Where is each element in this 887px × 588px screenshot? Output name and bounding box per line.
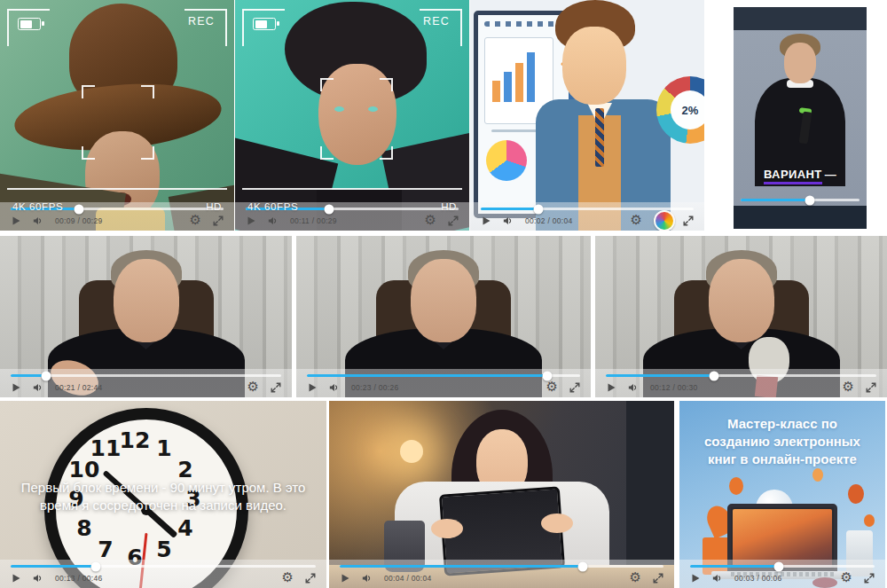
play-icon[interactable] <box>11 573 21 584</box>
volume-icon[interactable] <box>712 573 723 584</box>
progress-thumb[interactable] <box>543 371 553 380</box>
volume-icon[interactable] <box>329 382 340 393</box>
progress-thumb[interactable] <box>91 561 101 571</box>
video-player-2[interactable]: REC 4K 60FPS HD 00:11 / 00:29 ⚙ <box>235 0 469 231</box>
play-button[interactable] <box>246 216 256 226</box>
progress-bar[interactable] <box>307 374 580 377</box>
play-icon[interactable] <box>690 573 701 584</box>
progress-thumb[interactable] <box>41 371 51 380</box>
fullscreen-icon[interactable] <box>271 382 281 393</box>
fullscreen-icon[interactable] <box>683 216 694 226</box>
progress-bar[interactable] <box>11 374 281 377</box>
settings-button[interactable]: ⚙ <box>546 380 558 394</box>
settings-button[interactable]: ⚙ <box>843 380 854 394</box>
fullscreen-icon[interactable] <box>213 216 224 226</box>
volume-button[interactable] <box>33 216 43 226</box>
fullscreen-button[interactable] <box>653 573 663 584</box>
progress-thumb[interactable] <box>533 204 543 214</box>
volume-icon[interactable] <box>33 216 43 226</box>
progress-bar[interactable] <box>481 208 694 210</box>
progress-thumb[interactable] <box>805 195 814 205</box>
settings-button[interactable]: ⚙ <box>282 571 294 584</box>
play-button[interactable] <box>340 573 350 584</box>
play-button[interactable] <box>481 216 491 226</box>
volume-button[interactable] <box>33 573 43 584</box>
progress-thumb[interactable] <box>577 561 587 571</box>
fullscreen-button[interactable] <box>213 216 224 226</box>
video-player-4[interactable]: ВАРИАНТ— <box>734 7 867 229</box>
video-player-3[interactable]: 2% 00:02 / 00:04 ⚙ <box>470 0 704 231</box>
progress-thumb[interactable] <box>710 371 719 380</box>
fullscreen-icon[interactable] <box>448 216 459 226</box>
focus-corner-icon <box>380 78 393 91</box>
fullscreen-button[interactable] <box>305 573 316 584</box>
progress-bar[interactable] <box>340 565 663 568</box>
progress-thumb[interactable] <box>324 204 334 214</box>
settings-button[interactable]: ⚙ <box>631 214 642 227</box>
video-player-1[interactable]: REC 4K 60FPS HD 00:09 / 00:29 ⚙ <box>0 0 234 231</box>
fullscreen-icon[interactable] <box>653 573 663 584</box>
settings-button[interactable]: ⚙ <box>425 214 436 227</box>
video-player-6[interactable]: 00:23 / 00:26 ⚙ <box>296 236 591 397</box>
play-button[interactable] <box>11 573 21 584</box>
play-button[interactable] <box>307 382 318 393</box>
progress-bar[interactable] <box>690 565 875 568</box>
fullscreen-button[interactable] <box>866 382 876 393</box>
fullscreen-button[interactable] <box>448 216 459 226</box>
progress-thumb[interactable] <box>773 561 783 571</box>
color-wheel-button[interactable] <box>654 210 671 231</box>
settings-button[interactable]: ⚙ <box>630 571 641 584</box>
volume-button[interactable] <box>329 382 340 393</box>
video-player-7[interactable]: 00:12 / 00:30 ⚙ <box>595 236 887 397</box>
fullscreen-button[interactable] <box>271 382 281 393</box>
play-icon[interactable] <box>340 573 350 584</box>
video-player-8[interactable]: 12 1 2 3 4 5 6 7 8 9 10 11 Первый блок в… <box>0 401 326 588</box>
play-button[interactable] <box>690 573 701 584</box>
fullscreen-button[interactable] <box>864 573 875 584</box>
play-icon[interactable] <box>11 382 21 393</box>
progress-thumb[interactable] <box>74 204 83 214</box>
volume-button[interactable] <box>268 216 279 226</box>
progress-bar[interactable] <box>11 565 316 568</box>
play-button[interactable] <box>11 382 21 393</box>
volume-button[interactable] <box>362 573 373 584</box>
color-wheel-icon[interactable] <box>654 210 675 231</box>
volume-icon[interactable] <box>628 382 639 393</box>
pie-chart-small <box>486 140 527 181</box>
fullscreen-icon[interactable] <box>864 573 875 584</box>
play-icon[interactable] <box>307 382 318 393</box>
progress-bar[interactable] <box>741 199 860 201</box>
play-icon[interactable] <box>11 216 21 226</box>
settings-button[interactable]: ⚙ <box>841 571 852 584</box>
volume-icon[interactable] <box>33 573 43 584</box>
video-player-9[interactable]: 00:04 / 00:04 ⚙ <box>329 401 674 588</box>
player-control-bar: 00:03 / 00:06 ⚙ <box>679 560 885 588</box>
volume-icon[interactable] <box>362 573 373 584</box>
progress-bar[interactable] <box>606 374 876 377</box>
player-buttons-row: 00:23 / 00:26 ⚙ <box>307 377 580 397</box>
fullscreen-icon[interactable] <box>569 382 580 393</box>
fullscreen-button[interactable] <box>569 382 580 393</box>
play-icon[interactable] <box>481 216 491 226</box>
settings-button[interactable]: ⚙ <box>247 380 259 394</box>
volume-icon[interactable] <box>33 382 43 393</box>
fullscreen-button[interactable] <box>683 216 694 226</box>
play-button[interactable] <box>11 216 21 226</box>
volume-button[interactable] <box>33 382 43 393</box>
play-icon[interactable] <box>606 382 616 393</box>
settings-button[interactable]: ⚙ <box>190 214 201 227</box>
fullscreen-icon[interactable] <box>305 573 316 584</box>
fullscreen-icon[interactable] <box>866 382 876 393</box>
video-player-10[interactable]: Мастер-класс по созданию электронных кни… <box>679 401 885 588</box>
volume-icon[interactable] <box>268 216 279 226</box>
man-face <box>411 259 476 342</box>
volume-button[interactable] <box>503 216 514 226</box>
player-control-bar: 00:21 / 02:44 ⚙ <box>0 369 292 397</box>
focus-corner-icon <box>82 146 95 160</box>
volume-button[interactable] <box>628 382 639 393</box>
volume-icon[interactable] <box>503 216 514 226</box>
play-button[interactable] <box>606 382 616 393</box>
video-player-5[interactable]: 00:21 / 02:44 ⚙ <box>0 236 292 397</box>
play-icon[interactable] <box>246 216 256 226</box>
volume-button[interactable] <box>712 573 723 584</box>
